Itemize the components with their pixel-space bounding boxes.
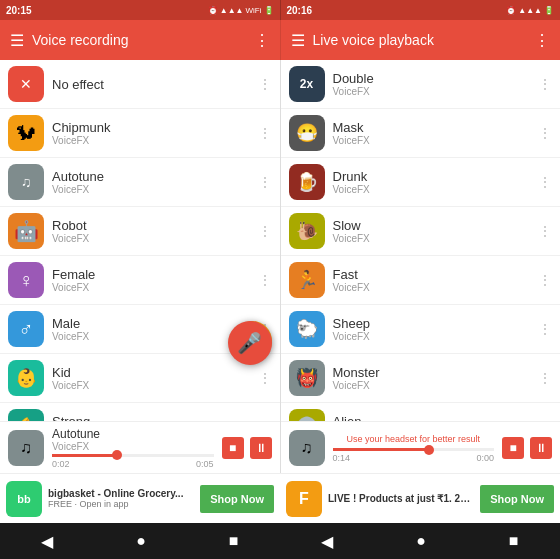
right-status-time: 20:16 xyxy=(287,5,313,16)
home-button-right[interactable]: ● xyxy=(416,532,426,550)
more-icon[interactable]: ⋮ xyxy=(258,272,272,288)
list-item[interactable]: 💪 Strong VoiceFX ⋮ xyxy=(0,403,280,421)
right-status-bar: 20:16 ⏰ ▲▲▲ 🔋 xyxy=(281,0,561,20)
item-name: Male xyxy=(52,316,258,331)
recent-button-right[interactable]: ■ xyxy=(509,532,519,550)
item-name: Sheep xyxy=(333,316,539,331)
item-name: Strong xyxy=(52,414,258,421)
more-icon[interactable]: ⋮ xyxy=(258,370,272,386)
male-icon: ♂ xyxy=(8,311,44,347)
sheep-icon: 🐑 xyxy=(289,311,325,347)
dual-status-bar: 20:15 ⏰ ▲▲▲ WiFi 🔋 20:16 ⏰ ▲▲▲ 🔋 xyxy=(0,0,560,20)
back-button-left[interactable]: ◀ xyxy=(41,532,53,551)
more-icon[interactable]: ⋮ xyxy=(538,174,552,190)
list-item[interactable]: 🐌 Slow VoiceFX ⋮ xyxy=(281,207,561,256)
pause-button[interactable]: ⏸ xyxy=(250,437,272,459)
right-ad-banner: F LIVE ! Products at just ₹1. 20-22nd Ja… xyxy=(280,473,560,523)
right-app-title: Live voice playback xyxy=(313,32,527,48)
alien-icon: 👽 xyxy=(289,409,325,421)
right-ad-logo-text: F xyxy=(299,490,309,508)
more-icon[interactable]: ⋮ xyxy=(258,125,272,141)
left-more-icon[interactable]: ⋮ xyxy=(254,31,270,50)
left-shop-now-button[interactable]: Shop Now xyxy=(200,485,274,513)
player-icon: ♫ xyxy=(8,430,44,466)
list-item[interactable]: 🐿 Chipmunk VoiceFX ⋮ xyxy=(0,109,280,158)
right-more-icon[interactable]: ⋮ xyxy=(534,31,550,50)
list-item[interactable]: 👹 Monster VoiceFX ⋮ xyxy=(281,354,561,403)
fab-mic-button[interactable]: 🎤 xyxy=(228,321,272,365)
item-sub: VoiceFX xyxy=(52,282,258,293)
left-list: ✕ No effect ⋮ 🐿 Chipmunk VoiceFX ⋮ xyxy=(0,60,280,421)
item-name: Double xyxy=(333,71,539,86)
item-sub: VoiceFX xyxy=(333,184,539,195)
more-icon[interactable]: ⋮ xyxy=(538,125,552,141)
chipmunk-icon: 🐿 xyxy=(8,115,44,151)
list-item[interactable]: 👽 Alien VoiceFX ⋮ xyxy=(281,403,561,421)
right-panel: 2x Double VoiceFX ⋮ 😷 Mask VoiceFX ⋮ xyxy=(281,60,561,473)
more-icon[interactable]: ⋮ xyxy=(258,174,272,190)
stop-button[interactable]: ■ xyxy=(222,437,244,459)
list-item[interactable]: 😷 Mask VoiceFX ⋮ xyxy=(281,109,561,158)
more-icon[interactable]: ⋮ xyxy=(538,223,552,239)
more-icon[interactable]: ⋮ xyxy=(538,370,552,386)
dual-app-bar: ☰ Voice recording ⋮ ☰ Live voice playbac… xyxy=(0,20,560,60)
right-menu-icon[interactable]: ☰ xyxy=(291,31,305,50)
item-name: Alien xyxy=(333,414,539,421)
list-item[interactable]: ♫ Autotune VoiceFX ⋮ xyxy=(0,158,280,207)
item-name: No effect xyxy=(52,77,258,92)
left-menu-icon[interactable]: ☰ xyxy=(10,31,24,50)
item-name: Robot xyxy=(52,218,258,233)
autotune-icon: ♫ xyxy=(8,164,44,200)
more-icon[interactable]: ⋮ xyxy=(538,76,552,92)
more-icon[interactable]: ⋮ xyxy=(258,223,272,239)
strong-icon: 💪 xyxy=(8,409,44,421)
left-ad-banner: bb bigbasket - Online Grocery... FREE · … xyxy=(0,473,280,523)
back-button-right[interactable]: ◀ xyxy=(321,532,333,551)
list-item[interactable]: 🤖 Robot VoiceFX ⋮ xyxy=(0,207,280,256)
player-icon-r: ♫ xyxy=(289,430,325,466)
item-name: Female xyxy=(52,267,258,282)
item-name: Kid xyxy=(52,365,258,380)
item-sub: VoiceFX xyxy=(52,184,258,195)
item-name: Slow xyxy=(333,218,539,233)
item-sub: VoiceFX xyxy=(52,233,258,244)
kid-icon: 👶 xyxy=(8,360,44,396)
left-ad-sub: FREE · Open in app xyxy=(48,499,194,509)
pause-button-r[interactable]: ⏸ xyxy=(530,437,552,459)
player-controls: ■ ⏸ xyxy=(222,437,272,459)
more-icon[interactable]: ⋮ xyxy=(538,321,552,337)
recent-button-left[interactable]: ■ xyxy=(229,532,239,550)
left-ad-logo: bb xyxy=(6,481,42,517)
home-button-left[interactable]: ● xyxy=(136,532,146,550)
progress-dot-r xyxy=(424,445,434,455)
list-item[interactable]: ♀ Female VoiceFX ⋮ xyxy=(0,256,280,305)
left-ad-title: bigbasket - Online Grocery... xyxy=(48,488,194,499)
time-start: 0:02 xyxy=(52,459,70,469)
headphone-hint: Use your headset for better result xyxy=(333,432,495,446)
left-panel: ✕ No effect ⋮ 🐿 Chipmunk VoiceFX ⋮ xyxy=(0,60,281,473)
more-icon[interactable]: ⋮ xyxy=(538,272,552,288)
item-sub: VoiceFX xyxy=(52,331,258,342)
more-icon[interactable]: ⋮ xyxy=(258,76,272,92)
right-shop-now-button[interactable]: Shop Now xyxy=(480,485,554,513)
list-item[interactable]: 🐑 Sheep VoiceFX ⋮ xyxy=(281,305,561,354)
no-effect-icon: ✕ xyxy=(8,66,44,102)
monster-icon: 👹 xyxy=(289,360,325,396)
r-alarm-icon: ⏰ xyxy=(506,6,516,15)
progress-bar-r xyxy=(333,448,495,451)
list-item[interactable]: 2x Double VoiceFX ⋮ xyxy=(281,60,561,109)
dual-nav-bar: ◀ ● ■ ◀ ● ■ xyxy=(0,523,560,559)
list-item[interactable]: 🍺 Drunk VoiceFX ⋮ xyxy=(281,158,561,207)
left-status-time: 20:15 xyxy=(6,5,32,16)
item-name: Fast xyxy=(333,267,539,282)
screen-container: 20:15 ⏰ ▲▲▲ WiFi 🔋 20:16 ⏰ ▲▲▲ 🔋 ☰ Voice… xyxy=(0,0,560,559)
right-player-bar: ♫ Use your headset for better result 0:1… xyxy=(281,421,561,473)
left-ad-logo-text: bb xyxy=(17,493,30,505)
stop-button-r[interactable]: ■ xyxy=(502,437,524,459)
left-status-bar: 20:15 ⏰ ▲▲▲ WiFi 🔋 xyxy=(0,0,281,20)
drunk-icon: 🍺 xyxy=(289,164,325,200)
list-item[interactable]: 🏃 Fast VoiceFX ⋮ xyxy=(281,256,561,305)
r-battery-icon: 🔋 xyxy=(544,6,554,15)
list-item[interactable]: ✕ No effect ⋮ xyxy=(0,60,280,109)
time-row-r: 0:14 0:00 xyxy=(333,453,495,463)
